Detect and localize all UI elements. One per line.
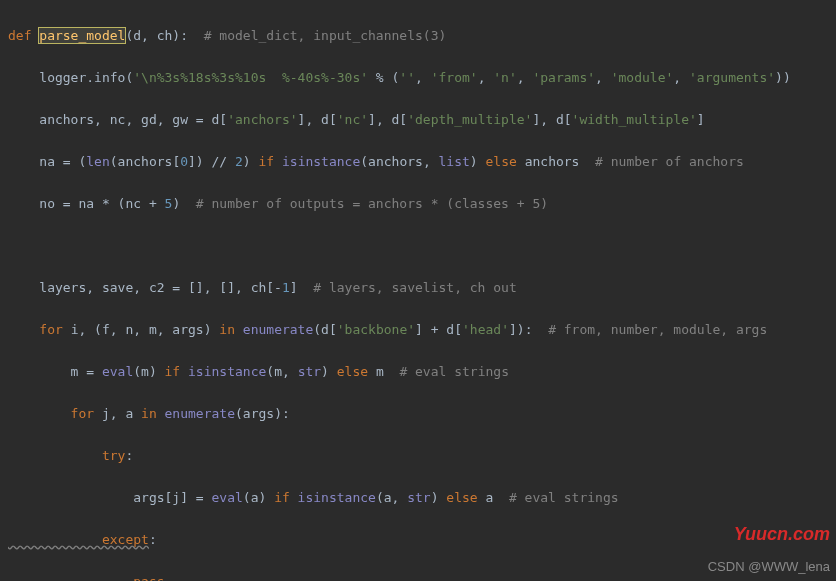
code-editor[interactable]: def parse_model(d, ch): # model_dict, in… <box>0 0 836 581</box>
code-line: for j, a in enumerate(args): <box>8 403 836 424</box>
code-line: args[j] = eval(a) if isinstance(a, str) … <box>8 487 836 508</box>
code-line: layers, save, c2 = [], [], ch[-1] # laye… <box>8 277 836 298</box>
code-line: m = eval(m) if isinstance(m, str) else m… <box>8 361 836 382</box>
code-line: no = na * (nc + 5) # number of outputs =… <box>8 193 836 214</box>
watermark-site: Yuucn.com <box>734 524 830 545</box>
code-line: anchors, nc, gd, gw = d['anchors'], d['n… <box>8 109 836 130</box>
code-line: try: <box>8 445 836 466</box>
fn-name: parse_model <box>39 28 125 43</box>
code-line: na = (len(anchors[0]) // 2) if isinstanc… <box>8 151 836 172</box>
code-line: except: <box>8 529 836 550</box>
watermark-author: CSDN @WWW_lena <box>708 556 830 577</box>
code-line: for i, (f, n, m, args) in enumerate(d['b… <box>8 319 836 340</box>
code-line: logger.info('\n%3s%18s%3s%10s %-40s%-30s… <box>8 67 836 88</box>
code-line: def parse_model(d, ch): # model_dict, in… <box>8 25 836 46</box>
